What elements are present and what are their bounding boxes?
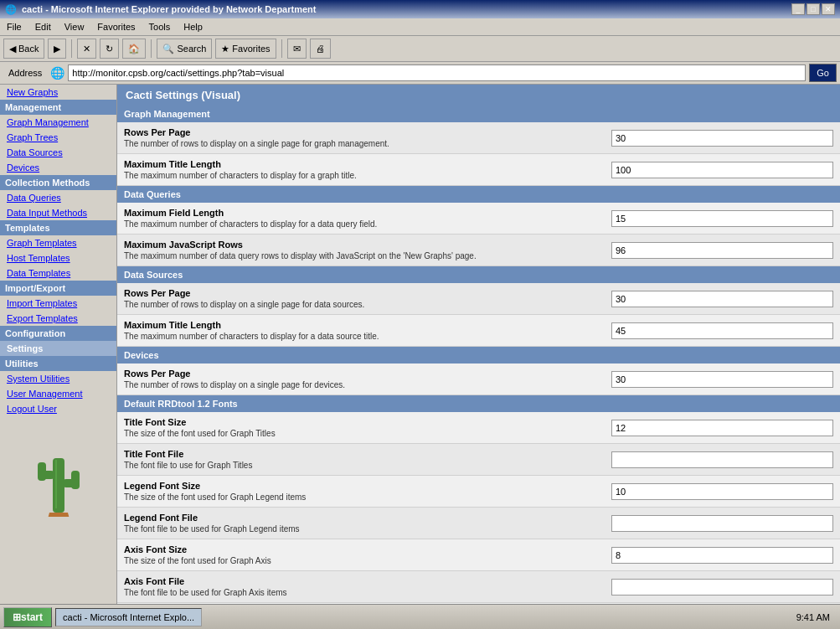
setting-row-max-js-rows: Maximum JavaScript Rows The maximum numb… bbox=[117, 235, 840, 266]
setting-row-rows-per-page-dev: Rows Per Page The number of rows to disp… bbox=[117, 363, 840, 395]
home-button[interactable]: 🏠 bbox=[122, 39, 146, 59]
sidebar-item-new-graphs[interactable]: New Graphs bbox=[0, 85, 116, 100]
minimize-button[interactable]: _ bbox=[791, 3, 805, 15]
section-header-rrdtool-fonts: Default RRDtool 1.2 Fonts bbox=[117, 395, 840, 412]
menu-help[interactable]: Help bbox=[180, 20, 206, 34]
menu-favorites[interactable]: Favorites bbox=[94, 20, 138, 34]
title-font-size-input[interactable] bbox=[611, 420, 833, 436]
section-header-data-queries: Data Queries bbox=[117, 186, 840, 203]
menubar: File Edit View Favorites Tools Help bbox=[0, 18, 840, 36]
setting-label: Maximum JavaScript Rows bbox=[124, 240, 611, 250]
stop-button[interactable]: ✕ bbox=[77, 39, 96, 59]
legend-font-size-input[interactable] bbox=[611, 483, 833, 500]
sidebar-section-utilities[interactable]: Utilities bbox=[0, 356, 116, 371]
mail-button[interactable]: ✉ bbox=[287, 39, 307, 59]
star-icon: ★ bbox=[221, 44, 229, 54]
setting-row-axis-font-size: Axis Font Size The size of the font used… bbox=[117, 539, 840, 571]
sidebar-item-data-templates[interactable]: Data Templates bbox=[0, 266, 116, 281]
sidebar-item-data-queries[interactable]: Data Queries bbox=[0, 190, 116, 205]
legend-font-file-input[interactable] bbox=[611, 515, 833, 532]
forward-button[interactable]: ▶ bbox=[48, 39, 66, 59]
toolbar-separator-3 bbox=[281, 39, 282, 58]
go-button[interactable]: Go bbox=[809, 64, 837, 82]
toolbar: ◀ Back ▶ ✕ ↻ 🏠 🔍 Search ★ Favorites ✉ 🖨 bbox=[0, 36, 840, 62]
toolbar-separator-2 bbox=[151, 39, 152, 58]
sidebar-item-data-sources[interactable]: Data Sources bbox=[0, 145, 116, 160]
start-button[interactable]: ⊞ start bbox=[3, 607, 52, 627]
setting-label: Title Font File bbox=[124, 449, 611, 459]
title-font-file-input[interactable] bbox=[611, 451, 833, 468]
cactus-svg bbox=[29, 433, 88, 517]
sidebar-section-collection-methods[interactable]: Collection Methods bbox=[0, 175, 116, 190]
refresh-button[interactable]: ↻ bbox=[100, 39, 119, 59]
max-field-length-input[interactable] bbox=[611, 210, 833, 227]
print-button[interactable]: 🖨 bbox=[310, 39, 331, 59]
address-input[interactable] bbox=[68, 64, 806, 81]
setting-row-rows-per-page-gm: Rows Per Page The number of rows to disp… bbox=[117, 122, 840, 154]
setting-row-max-field-length: Maximum Field Length The maximum number … bbox=[117, 203, 840, 235]
favorites-button[interactable]: ★ Favorites bbox=[215, 39, 276, 59]
address-label: Address bbox=[3, 66, 47, 80]
svg-marker-5 bbox=[46, 513, 71, 517]
sidebar-item-logout-user[interactable]: Logout User bbox=[0, 401, 116, 416]
rows-per-page-gm-input[interactable] bbox=[611, 130, 833, 147]
max-js-rows-input[interactable] bbox=[611, 242, 833, 259]
search-button[interactable]: 🔍 Search bbox=[157, 39, 212, 59]
sidebar-item-devices[interactable]: Devices bbox=[0, 160, 116, 175]
menu-tools[interactable]: Tools bbox=[146, 20, 174, 34]
maximize-button[interactable]: □ bbox=[807, 3, 820, 15]
taskbar-window-button[interactable]: cacti - Microsoft Internet Explo... bbox=[55, 608, 202, 626]
rows-per-page-ds-input[interactable] bbox=[611, 291, 833, 307]
sidebar-item-host-templates[interactable]: Host Templates bbox=[0, 250, 116, 266]
sidebar-item-system-utilities[interactable]: System Utilities bbox=[0, 371, 116, 386]
sidebar-item-user-management[interactable]: User Management bbox=[0, 386, 116, 401]
max-title-ds-input[interactable] bbox=[611, 322, 833, 339]
svg-rect-4 bbox=[71, 471, 80, 489]
setting-row-title-font-size: Title Font Size The size of the font use… bbox=[117, 412, 840, 444]
setting-row-rows-per-page-ds: Rows Per Page The number of rows to disp… bbox=[117, 283, 840, 315]
close-button[interactable]: ✕ bbox=[822, 3, 835, 15]
home-icon: 🏠 bbox=[128, 44, 140, 54]
sidebar-section-management[interactable]: Management bbox=[0, 100, 116, 115]
back-button[interactable]: ◀ Back bbox=[3, 39, 44, 59]
sidebar-section-templates[interactable]: Templates bbox=[0, 220, 116, 235]
setting-label: Rows Per Page bbox=[124, 127, 611, 137]
sidebar-item-graph-management[interactable]: Graph Management bbox=[0, 115, 116, 130]
sidebar-section-configuration[interactable]: Configuration bbox=[0, 326, 116, 341]
sidebar: New Graphs Management Graph Management G… bbox=[0, 85, 117, 611]
setting-row-legend-font-file: Legend Font File The font file to be use… bbox=[117, 508, 840, 539]
sidebar-item-data-input-methods[interactable]: Data Input Methods bbox=[0, 205, 116, 220]
setting-label: Legend Font Size bbox=[124, 481, 611, 491]
forward-arrow-icon: ▶ bbox=[54, 44, 60, 54]
menu-view[interactable]: View bbox=[61, 20, 88, 34]
sidebar-section-import-export[interactable]: Import/Export bbox=[0, 281, 116, 296]
axis-font-size-input[interactable] bbox=[611, 547, 833, 564]
window-controls[interactable]: _ □ ✕ bbox=[791, 3, 835, 15]
setting-desc: The number of rows to display on a singl… bbox=[124, 380, 611, 389]
setting-desc: The maximum number of characters to disp… bbox=[124, 171, 611, 180]
back-arrow-icon: ◀ bbox=[9, 44, 16, 54]
toolbar-separator bbox=[71, 39, 72, 58]
search-icon: 🔍 bbox=[162, 44, 174, 54]
sidebar-item-export-templates[interactable]: Export Templates bbox=[0, 311, 116, 326]
setting-desc: The font file to use for Graph Titles bbox=[124, 461, 611, 470]
menu-edit[interactable]: Edit bbox=[32, 20, 54, 34]
taskbar: ⊞ start cacti - Microsoft Internet Explo… bbox=[0, 604, 840, 629]
setting-desc: The maximum number of data query rows to… bbox=[124, 251, 611, 260]
sidebar-subsection-settings[interactable]: Settings bbox=[0, 341, 116, 356]
sidebar-item-graph-templates[interactable]: Graph Templates bbox=[0, 235, 116, 250]
svg-rect-2 bbox=[38, 462, 46, 481]
sidebar-item-graph-trees[interactable]: Graph Trees bbox=[0, 130, 116, 145]
setting-desc: The maximum number of characters to disp… bbox=[124, 332, 611, 341]
axis-font-file-input[interactable] bbox=[611, 579, 833, 595]
window-title: cacti - Microsoft Internet Explorer prov… bbox=[22, 4, 316, 14]
content-area: Cacti Settings (Visual) Graph Management… bbox=[117, 85, 840, 611]
menu-file[interactable]: File bbox=[3, 20, 25, 34]
max-title-gm-input[interactable] bbox=[611, 162, 833, 178]
section-header-data-sources: Data Sources bbox=[117, 266, 840, 283]
addressbar: Address 🌐 Go bbox=[0, 62, 840, 85]
rows-per-page-dev-input[interactable] bbox=[611, 371, 833, 388]
sidebar-item-import-templates[interactable]: Import Templates bbox=[0, 296, 116, 311]
setting-label: Title Font Size bbox=[124, 417, 611, 427]
section-header-graph-management: Graph Management bbox=[117, 106, 840, 122]
